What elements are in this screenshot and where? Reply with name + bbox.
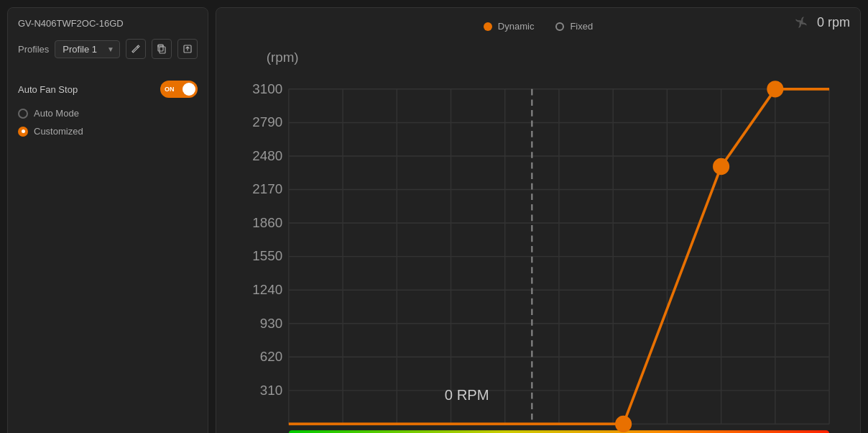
- legend-dynamic[interactable]: Dynamic: [484, 21, 535, 32]
- dynamic-label: Dynamic: [498, 21, 535, 32]
- y-label-620: 620: [260, 349, 282, 364]
- right-panel: 0 rpm Dynamic Fixed 3100 2790 2480: [216, 7, 861, 433]
- profile-select[interactable]: Profile 1 Profile 2 Profile 3: [55, 40, 120, 58]
- copy-profile-button[interactable]: [152, 39, 172, 59]
- y-label-1240: 1240: [252, 282, 282, 297]
- customized-mode-option[interactable]: Customized: [18, 126, 198, 137]
- auto-fan-section: Auto Fan Stop ON Auto Mode Customized: [18, 81, 198, 144]
- export-profile-button[interactable]: [177, 39, 198, 59]
- y-label-930: 930: [260, 316, 282, 331]
- device-title: GV-N406TWF2OC-16GD: [18, 18, 198, 29]
- toggle-on-label: ON: [165, 86, 175, 93]
- rpm-display: 0 rpm: [817, 15, 850, 30]
- curve-point-1[interactable]: [617, 416, 631, 431]
- auto-mode-option[interactable]: Auto Mode: [18, 108, 198, 119]
- chart-legend: Dynamic Fixed: [226, 21, 850, 32]
- fixed-label: Fixed: [570, 21, 593, 32]
- profiles-label: Profiles: [18, 44, 49, 55]
- temperature-color-bar: [289, 430, 829, 433]
- auto-mode-label: Auto Mode: [34, 108, 79, 119]
- fixed-radio: [555, 22, 564, 31]
- y-axis-unit: (rpm): [267, 50, 299, 65]
- y-label-1550: 1550: [252, 248, 282, 263]
- top-right-info: 0 rpm: [793, 14, 850, 31]
- y-label-2480: 2480: [252, 148, 282, 163]
- y-label-310: 310: [260, 383, 282, 398]
- curve-point-2[interactable]: [714, 159, 728, 173]
- curve-point-3[interactable]: [768, 82, 782, 96]
- profile-select-wrapper: Profile 1 Profile 2 Profile 3 ▼: [55, 40, 120, 58]
- svg-rect-0: [160, 47, 165, 53]
- fan-curve-chart[interactable]: 3100 2790 2480 2170 1860 1550 1240 930 6…: [226, 39, 850, 433]
- y-label-1860: 1860: [252, 215, 282, 230]
- customized-mode-label: Customized: [34, 126, 83, 137]
- customized-mode-radio: [18, 127, 28, 137]
- auto-fan-label: Auto Fan Stop: [18, 84, 78, 95]
- chart-area: 3100 2790 2480 2170 1860 1550 1240 930 6…: [226, 39, 850, 433]
- y-label-2170: 2170: [252, 181, 282, 196]
- zero-rpm-label: 0 RPM: [445, 387, 489, 403]
- auto-mode-radio: [18, 109, 28, 119]
- y-label-3100: 3100: [252, 81, 282, 96]
- edit-profile-button[interactable]: [126, 39, 146, 59]
- auto-fan-row: Auto Fan Stop ON: [18, 81, 198, 98]
- profiles-row: Profiles Profile 1 Profile 2 Profile 3 ▼: [18, 39, 198, 59]
- toggle-thumb: [183, 83, 195, 96]
- auto-fan-toggle[interactable]: ON: [160, 81, 198, 98]
- y-label-2790: 2790: [252, 114, 282, 129]
- fan-icon: [793, 14, 810, 31]
- legend-fixed[interactable]: Fixed: [555, 21, 593, 32]
- dynamic-dot: [484, 22, 492, 31]
- left-panel: GV-N406TWF2OC-16GD Profiles Profile 1 Pr…: [7, 7, 208, 433]
